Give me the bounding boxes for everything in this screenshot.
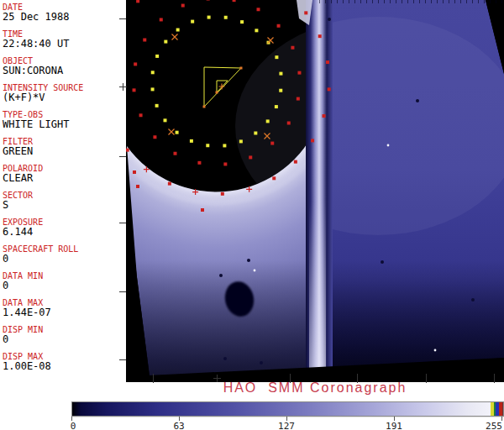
metadata-field-object: OBJECTSUN:CORONA bbox=[3, 56, 63, 76]
left-axis-tick bbox=[119, 223, 126, 223]
metadata-field-time: TIME22:48:40 UT bbox=[3, 29, 69, 50]
coronagraph-display-window: DATE25 Dec 1988TIME22:48:40 UTOBJECTSUN:… bbox=[0, 0, 504, 430]
colorbar-tick-label: 191 bbox=[386, 422, 402, 430]
metadata-field-data-max: DATA MAX1.44E-07 bbox=[3, 298, 51, 318]
metadata-field-disp-max: DISP MAX1.00E-08 bbox=[3, 352, 51, 372]
coronagraph-image[interactable] bbox=[126, 0, 504, 382]
metadata-field-filter: FILTERGREEN bbox=[3, 137, 33, 157]
metadata-field-data-min: DATA MIN0 bbox=[3, 271, 43, 291]
field-value: CLEAR bbox=[3, 173, 43, 184]
field-value: S bbox=[3, 200, 33, 211]
metadata-field-exposure: EXPOSURE6.144 bbox=[3, 218, 43, 238]
field-value: 22:48:40 UT bbox=[3, 39, 69, 50]
left-axis-tick bbox=[119, 156, 126, 157]
field-value: 1.00E-08 bbox=[3, 361, 51, 372]
colorbar-tick-label: 127 bbox=[278, 422, 295, 430]
field-value: SUN:CORONA bbox=[3, 66, 63, 76]
colorbar-tick-label: 255 bbox=[486, 422, 502, 430]
left-axis-tick bbox=[119, 291, 126, 292]
metadata-field-intensity-source: INTENSITY SOURCE(K+F)*V bbox=[3, 83, 83, 103]
metadata-field-date: DATE25 Dec 1988 bbox=[3, 3, 69, 23]
field-value: 0 bbox=[3, 281, 43, 291]
field-value: GREEN bbox=[3, 146, 33, 157]
colorbar-tick-label: 63 bbox=[173, 422, 184, 430]
colorbar-tick-label: 0 bbox=[71, 422, 76, 430]
metadata-field-sector: SECTORS bbox=[3, 191, 33, 211]
page-title: HAO SMM Coronagraph bbox=[126, 380, 504, 396]
field-value: 6.144 bbox=[3, 227, 43, 238]
field-value: 0 bbox=[3, 254, 78, 265]
field-label: SPACECRAFT ROLL bbox=[3, 244, 78, 254]
colorbar-end-stripe bbox=[502, 402, 503, 416]
field-value: 1.44E-07 bbox=[3, 307, 51, 318]
coronagraph-image-viewport[interactable] bbox=[126, 0, 504, 382]
metadata-field-polaroid: POLAROIDCLEAR bbox=[3, 164, 43, 184]
field-value: WHITE LIGHT bbox=[3, 119, 69, 130]
field-value: 0 bbox=[3, 334, 43, 345]
metadata-field-spacecraft-roll: SPACECRAFT ROLL0 bbox=[3, 244, 78, 265]
colorbar-gradient bbox=[72, 402, 503, 416]
field-value: (K+F)*V bbox=[3, 92, 83, 103]
field-value: 25 Dec 1988 bbox=[3, 12, 69, 23]
field-label: DATA MIN bbox=[3, 271, 43, 281]
metadata-field-disp-min: DISP MIN0 bbox=[3, 325, 43, 345]
left-axis-tick bbox=[119, 18, 126, 19]
intensity-colorbar bbox=[71, 401, 504, 417]
metadata-sidebar: DATE25 Dec 1988TIME22:48:40 UTOBJECTSUN:… bbox=[0, 0, 126, 382]
field-label: DISP MIN bbox=[3, 325, 43, 334]
left-axis-tick bbox=[119, 359, 126, 360]
metadata-field-type-obs: TYPE-OBSWHITE LIGHT bbox=[3, 110, 69, 130]
left-axis-major-tick bbox=[123, 83, 123, 91]
